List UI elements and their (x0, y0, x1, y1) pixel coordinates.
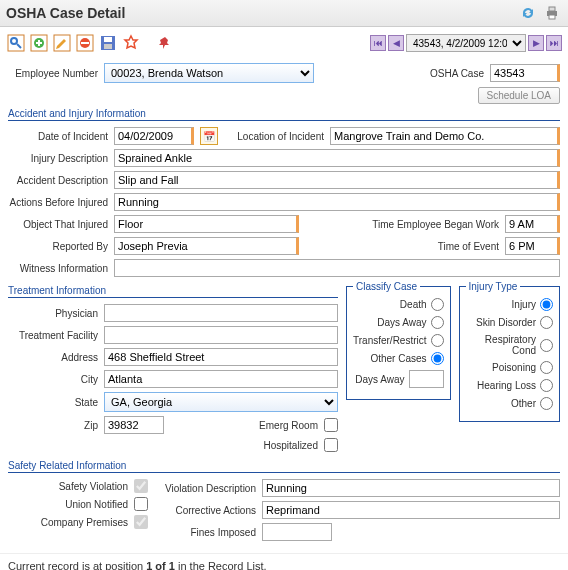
physician-label: Physician (8, 308, 98, 319)
svg-rect-11 (81, 42, 89, 44)
schedule-loa-button[interactable]: Schedule LOA (478, 87, 561, 104)
print-icon[interactable] (542, 3, 562, 23)
object-injured-input[interactable] (114, 215, 299, 233)
skin-radio[interactable] (540, 316, 553, 329)
injury-type-legend: Injury Type (466, 281, 521, 292)
facility-label: Treatment Facility (8, 330, 98, 341)
address-input[interactable] (104, 348, 338, 366)
days-away-radio[interactable] (431, 316, 444, 329)
emerg-room-label: Emerg Room (259, 420, 318, 431)
add-icon[interactable] (29, 33, 49, 53)
actions-before-input[interactable] (114, 193, 560, 211)
prev-record-button[interactable]: ◀ (388, 35, 404, 51)
employee-number-select[interactable]: 00023, Brenda Watson (104, 63, 314, 83)
days-away-input[interactable] (409, 370, 444, 388)
location-incident-label: Location of Incident (224, 131, 324, 142)
city-input[interactable] (104, 370, 338, 388)
svg-line-5 (17, 44, 21, 48)
city-label: City (8, 374, 98, 385)
toolbar: ⏮ ◀ 43543, 4/2/2009 12:00 ▶ ⏭ (0, 27, 568, 59)
svg-rect-2 (549, 15, 555, 19)
other-injury-radio[interactable] (540, 397, 553, 410)
accident-desc-label: Accident Description (8, 175, 108, 186)
first-record-button[interactable]: ⏮ (370, 35, 386, 51)
violation-desc-input[interactable] (262, 479, 560, 497)
section-safety: Safety Related Information (8, 460, 560, 473)
respiratory-radio[interactable] (540, 339, 553, 352)
accident-desc-input[interactable] (114, 171, 560, 189)
osha-case-input[interactable] (490, 64, 560, 82)
poisoning-radio[interactable] (540, 361, 553, 374)
physician-input[interactable] (104, 304, 338, 322)
status-bar: Current record is at position 1 of 1 in … (0, 553, 568, 570)
violation-desc-label: Violation Description (156, 483, 256, 494)
injury-radio[interactable] (540, 298, 553, 311)
hospitalized-label: Hospitalized (264, 440, 318, 451)
svg-rect-1 (549, 7, 555, 11)
facility-input[interactable] (104, 326, 338, 344)
zip-label: Zip (8, 420, 98, 431)
refresh-icon[interactable] (518, 3, 538, 23)
time-event-label: Time of Event (438, 241, 499, 252)
fines-imposed-label: Fines Imposed (156, 527, 256, 538)
object-injured-label: Object That Injured (8, 219, 108, 230)
last-record-button[interactable]: ⏭ (546, 35, 562, 51)
save-icon[interactable] (98, 33, 118, 53)
witness-label: Witness Information (8, 263, 108, 274)
company-premises-checkbox[interactable] (134, 515, 148, 529)
time-began-label: Time Employee Began Work (372, 219, 499, 230)
company-premises-label: Company Premises (41, 517, 128, 528)
edit-icon[interactable] (52, 33, 72, 53)
calendar-icon[interactable]: 📅 (200, 127, 218, 145)
corrective-actions-label: Corrective Actions (156, 505, 256, 516)
state-select[interactable]: GA, Georgia (104, 392, 338, 412)
hospitalized-checkbox[interactable] (324, 438, 338, 452)
other-cases-radio[interactable] (431, 352, 444, 365)
union-notified-checkbox[interactable] (134, 497, 148, 511)
zip-input[interactable] (104, 416, 164, 434)
safety-violation-checkbox[interactable] (134, 479, 148, 493)
classify-case-fieldset: Classify Case Death Days Away Transfer/R… (346, 281, 451, 400)
record-selector[interactable]: 43543, 4/2/2009 12:00 (406, 34, 526, 52)
page-title: OSHA Case Detail (6, 5, 125, 21)
pin-icon[interactable] (155, 33, 175, 53)
find-icon[interactable] (6, 33, 26, 53)
record-position: 1 of 1 (146, 560, 175, 570)
date-incident-input[interactable] (114, 127, 194, 145)
time-event-input[interactable] (505, 237, 560, 255)
section-accident: Accident and Injury Information (8, 108, 560, 121)
fines-imposed-input[interactable] (262, 523, 332, 541)
svg-rect-13 (104, 37, 112, 42)
reported-by-input[interactable] (114, 237, 299, 255)
cancel-icon[interactable] (121, 33, 141, 53)
witness-input[interactable] (114, 259, 560, 277)
next-record-button[interactable]: ▶ (528, 35, 544, 51)
emerg-room-checkbox[interactable] (324, 418, 338, 432)
delete-icon[interactable] (75, 33, 95, 53)
svg-rect-14 (104, 44, 112, 49)
injury-desc-input[interactable] (114, 149, 560, 167)
classify-legend: Classify Case (353, 281, 420, 292)
window-header: OSHA Case Detail (0, 0, 568, 27)
actions-before-label: Actions Before Injured (8, 197, 108, 208)
death-radio[interactable] (431, 298, 444, 311)
reported-by-label: Reported By (8, 241, 108, 252)
osha-case-label: OSHA Case (430, 68, 484, 79)
employee-number-label: Employee Number (8, 68, 98, 79)
svg-point-4 (11, 38, 17, 44)
injury-type-fieldset: Injury Type Injury Skin Disorder Respira… (459, 281, 560, 422)
union-notified-label: Union Notified (65, 499, 128, 510)
time-began-input[interactable] (505, 215, 560, 233)
location-incident-input[interactable] (330, 127, 560, 145)
hearing-radio[interactable] (540, 379, 553, 392)
section-treatment: Treatment Information (8, 285, 338, 298)
state-label: State (8, 397, 98, 408)
transfer-radio[interactable] (431, 334, 444, 347)
safety-violation-label: Safety Violation (59, 481, 128, 492)
address-label: Address (8, 352, 98, 363)
corrective-actions-input[interactable] (262, 501, 560, 519)
date-incident-label: Date of Incident (8, 131, 108, 142)
injury-desc-label: Injury Description (8, 153, 108, 164)
